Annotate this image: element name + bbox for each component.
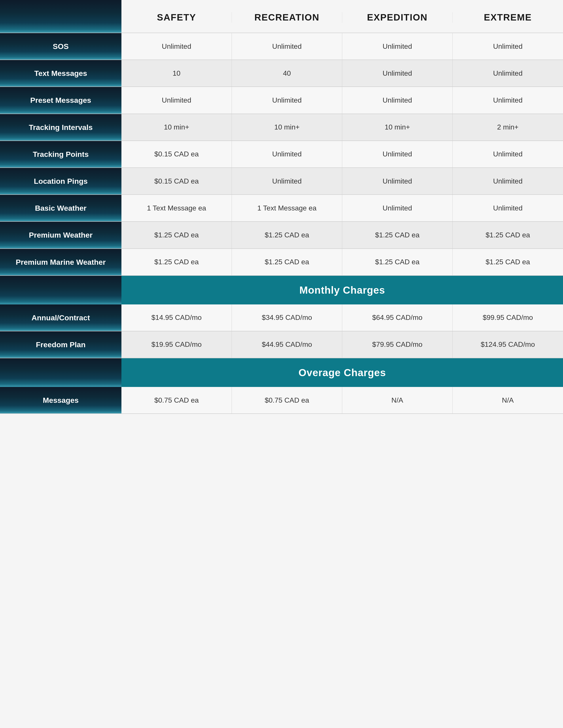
overage-section-header-row: Overage Charges: [0, 358, 563, 387]
overage-header-sidebar: [0, 358, 121, 387]
row-label: Freedom Plan: [0, 331, 121, 358]
data-row: Text Messages1040UnlimitedUnlimited: [0, 60, 563, 87]
cell: Unlimited: [121, 33, 232, 60]
row-values: $0.15 CAD eaUnlimitedUnlimitedUnlimited: [121, 168, 563, 194]
row-values: $14.95 CAD/mo$34.95 CAD/mo$64.95 CAD/mo$…: [121, 304, 563, 331]
data-row: Premium Marine Weather$1.25 CAD ea$1.25 …: [0, 249, 563, 276]
row-label: Text Messages: [0, 60, 121, 86]
cell: $1.25 CAD ea: [121, 222, 232, 248]
cell: 2 min+: [453, 114, 563, 141]
column-headers: SAFETY RECREATION EXPEDITION EXTREME: [121, 0, 563, 33]
row-values: $1.25 CAD ea$1.25 CAD ea$1.25 CAD ea$1.2…: [121, 222, 563, 248]
col-header-recreation: RECREATION: [232, 12, 342, 23]
overage-header-content: Overage Charges: [121, 358, 563, 387]
cell: 10 min+: [121, 114, 232, 141]
cell: $1.25 CAD ea: [232, 249, 342, 275]
cell: $44.95 CAD/mo: [232, 331, 342, 358]
data-row: Tracking Points$0.15 CAD eaUnlimitedUnli…: [0, 141, 563, 168]
cell: 40: [232, 60, 342, 86]
cell: Unlimited: [453, 33, 563, 60]
cell: N/A: [453, 387, 563, 413]
row-label: SOS: [0, 33, 121, 60]
cell: Unlimited: [232, 33, 342, 60]
overage-rows-container: Messages$0.75 CAD ea$0.75 CAD eaN/AN/A: [0, 387, 563, 414]
data-row: Messages$0.75 CAD ea$0.75 CAD eaN/AN/A: [0, 387, 563, 414]
data-row: Premium Weather$1.25 CAD ea$1.25 CAD ea$…: [0, 222, 563, 249]
overage-header-label: Overage Charges: [299, 367, 386, 379]
data-row: Location Pings$0.15 CAD eaUnlimitedUnlim…: [0, 168, 563, 195]
cell: Unlimited: [342, 60, 453, 86]
data-rows-container: SOSUnlimitedUnlimitedUnlimitedUnlimitedT…: [0, 33, 563, 276]
cell: $0.15 CAD ea: [121, 168, 232, 194]
row-label: Tracking Intervals: [0, 114, 121, 141]
cell: Unlimited: [232, 141, 342, 167]
cell: 1 Text Message ea: [121, 195, 232, 221]
header-row: SAFETY RECREATION EXPEDITION EXTREME: [0, 0, 563, 33]
row-values: UnlimitedUnlimitedUnlimitedUnlimited: [121, 33, 563, 60]
row-label: Basic Weather: [0, 195, 121, 221]
row-values: 1040UnlimitedUnlimited: [121, 60, 563, 86]
cell: 10 min+: [232, 114, 342, 141]
row-label: Premium Marine Weather: [0, 249, 121, 275]
row-label: Preset Messages: [0, 87, 121, 113]
cell: Unlimited: [453, 168, 563, 194]
cell: Unlimited: [232, 87, 342, 113]
data-row: SOSUnlimitedUnlimitedUnlimitedUnlimited: [0, 33, 563, 60]
cell: Unlimited: [232, 168, 342, 194]
col-header-expedition: EXPEDITION: [342, 12, 453, 23]
cell: $34.95 CAD/mo: [232, 304, 342, 331]
data-row: Freedom Plan$19.95 CAD/mo$44.95 CAD/mo$7…: [0, 331, 563, 358]
cell: $1.25 CAD ea: [342, 222, 453, 248]
monthly-rows-container: Annual/Contract$14.95 CAD/mo$34.95 CAD/m…: [0, 304, 563, 358]
cell: Unlimited: [453, 60, 563, 86]
cell: Unlimited: [121, 87, 232, 113]
cell: Unlimited: [342, 168, 453, 194]
cell: $1.25 CAD ea: [453, 222, 563, 248]
cell: 10: [121, 60, 232, 86]
cell: $1.25 CAD ea: [342, 249, 453, 275]
cell: $1.25 CAD ea: [453, 249, 563, 275]
data-row: Tracking Intervals10 min+10 min+10 min+2…: [0, 114, 563, 141]
data-row: Basic Weather1 Text Message ea1 Text Mes…: [0, 195, 563, 222]
data-row: Annual/Contract$14.95 CAD/mo$34.95 CAD/m…: [0, 304, 563, 331]
monthly-section-header-row: Monthly Charges: [0, 276, 563, 304]
row-values: $19.95 CAD/mo$44.95 CAD/mo$79.95 CAD/mo$…: [121, 331, 563, 358]
col-header-extreme: EXTREME: [453, 12, 563, 23]
cell: $1.25 CAD ea: [232, 222, 342, 248]
monthly-header-sidebar: [0, 276, 121, 304]
col-header-safety: SAFETY: [121, 12, 232, 23]
data-row: Preset MessagesUnlimitedUnlimitedUnlimit…: [0, 87, 563, 114]
cell: 1 Text Message ea: [232, 195, 342, 221]
row-label: Premium Weather: [0, 222, 121, 248]
cell: $0.75 CAD ea: [232, 387, 342, 413]
row-values: $0.15 CAD eaUnlimitedUnlimitedUnlimited: [121, 141, 563, 167]
cell: $0.75 CAD ea: [121, 387, 232, 413]
header-sidebar-spacer: [0, 0, 121, 33]
monthly-header-content: Monthly Charges: [121, 276, 563, 304]
row-label: Messages: [0, 387, 121, 413]
cell: Unlimited: [342, 33, 453, 60]
cell: Unlimited: [453, 141, 563, 167]
page-wrapper: SAFETY RECREATION EXPEDITION EXTREME SOS…: [0, 0, 563, 728]
row-label: Location Pings: [0, 168, 121, 194]
cell: Unlimited: [342, 87, 453, 113]
cell: Unlimited: [342, 141, 453, 167]
row-label: Annual/Contract: [0, 304, 121, 331]
cell: $1.25 CAD ea: [121, 249, 232, 275]
cell: 10 min+: [342, 114, 453, 141]
monthly-header-label: Monthly Charges: [300, 284, 385, 296]
cell: Unlimited: [453, 87, 563, 113]
cell: $124.95 CAD/mo: [453, 331, 563, 358]
cell: $0.15 CAD ea: [121, 141, 232, 167]
cell: $14.95 CAD/mo: [121, 304, 232, 331]
cell: $99.95 CAD/mo: [453, 304, 563, 331]
cell: Unlimited: [342, 195, 453, 221]
cell: $79.95 CAD/mo: [342, 331, 453, 358]
cell: N/A: [342, 387, 453, 413]
row-values: 1 Text Message ea1 Text Message eaUnlimi…: [121, 195, 563, 221]
cell: $19.95 CAD/mo: [121, 331, 232, 358]
main-content: SAFETY RECREATION EXPEDITION EXTREME SOS…: [0, 0, 563, 728]
cell: $64.95 CAD/mo: [342, 304, 453, 331]
row-values: $0.75 CAD ea$0.75 CAD eaN/AN/A: [121, 387, 563, 413]
row-values: $1.25 CAD ea$1.25 CAD ea$1.25 CAD ea$1.2…: [121, 249, 563, 275]
